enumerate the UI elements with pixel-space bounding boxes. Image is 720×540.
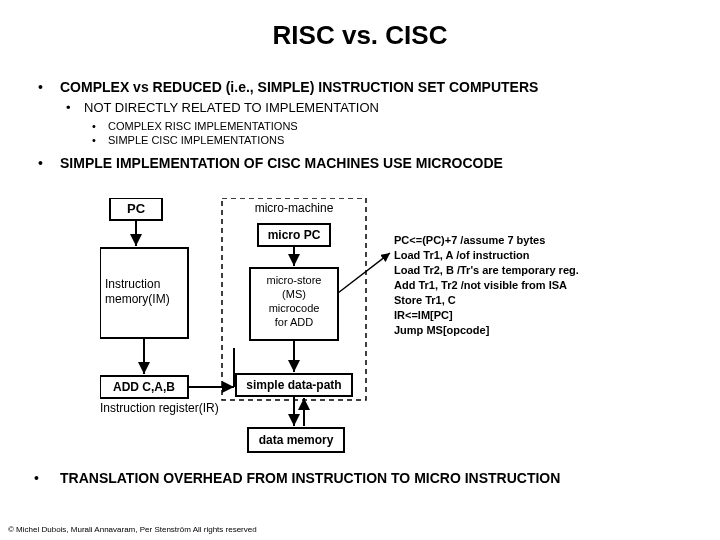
imem-label-2: memory(IM) [105, 292, 170, 306]
ir-label: Instruction register(IR) [100, 401, 219, 415]
bullet-1: COMPLEX vs REDUCED (i.e., SIMPLE) INSTRU… [34, 78, 700, 148]
code-l2: Load Tr1, A /of instruction [394, 249, 530, 261]
ms-l4: for ADD [275, 316, 314, 328]
microcode-listing: PC<=(PC)+7 /assume 7 bytes Load Tr1, A /… [394, 234, 579, 336]
datapath-label: simple data-path [246, 378, 341, 392]
bullet-3: •TRANSLATION OVERHEAD FROM INSTRUCTION T… [34, 470, 700, 486]
bullet-3-text: TRANSLATION OVERHEAD FROM INSTRUCTION TO… [60, 470, 560, 486]
ms-l1: micro-store [266, 274, 321, 286]
svg-line-16 [338, 253, 390, 293]
ms-l2: (MS) [282, 288, 306, 300]
bullet-1-1-1: COMPLEX RISC IMPLEMENTATIONS [84, 119, 700, 133]
bullet-1-1-2: SIMPLE CISC IMPLEMENTATIONS [84, 133, 700, 147]
code-l5: Store Tr1, C [394, 294, 456, 306]
slide: RISC vs. CISC COMPLEX vs REDUCED (i.e., … [0, 0, 720, 540]
micromachine-label: micro-machine [255, 201, 334, 215]
code-l6: IR<=IM[PC] [394, 309, 453, 321]
code-l4: Add Tr1, Tr2 /not visible from ISA [394, 279, 567, 291]
imem-label-1: Instruction [105, 277, 160, 291]
code-l7: Jump MS[opcode] [394, 324, 490, 336]
code-l1: PC<=(PC)+7 /assume 7 bytes [394, 234, 545, 246]
bullet-1-1-text: NOT DIRECTLY RELATED TO IMPLEMENTATION [84, 100, 379, 115]
copyright-footer: © Michel Dubois, Murali Annavaram, Per S… [8, 525, 257, 534]
add-inst-label: ADD C,A,B [113, 380, 175, 394]
datamem-label: data memory [259, 433, 334, 447]
bullet-2: SIMPLE IMPLEMENTATION OF CISC MACHINES U… [34, 154, 700, 172]
bullet-1-1: NOT DIRECTLY RELATED TO IMPLEMENTATION C… [60, 100, 700, 147]
code-l3: Load Tr2, B /Tr's are temporary reg. [394, 264, 579, 276]
bullet-content: COMPLEX vs REDUCED (i.e., SIMPLE) INSTRU… [34, 78, 700, 178]
micropc-label: micro PC [268, 228, 321, 242]
pc-label: PC [127, 201, 146, 216]
slide-title: RISC vs. CISC [0, 20, 720, 51]
diagram: PC Instruction memory(IM) ADD C,A,B Inst… [100, 198, 620, 458]
bullet-1-text: COMPLEX vs REDUCED (i.e., SIMPLE) INSTRU… [60, 79, 538, 95]
ms-l3: microcode [269, 302, 320, 314]
